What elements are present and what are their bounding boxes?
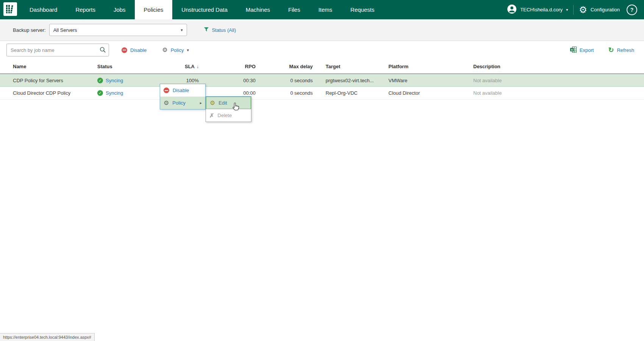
chevron-down-icon: ▾	[566, 8, 568, 12]
policy-menu-button[interactable]: ⚙ Policy ▾	[162, 47, 189, 53]
rpo-value: 00:30	[199, 78, 256, 83]
check-circle-icon: ✓	[97, 90, 103, 96]
menu-item-label: Disable	[173, 88, 189, 93]
user-menu[interactable]: TECH\sheila.d.cory ▾	[507, 4, 568, 15]
x-icon: ✗	[209, 113, 214, 118]
menu-item-policy[interactable]: ⚙ Policy ▸	[160, 97, 205, 109]
tab-machines[interactable]: Machines	[237, 0, 279, 19]
configuration-label: Configuration	[591, 7, 620, 13]
column-header-sla[interactable]: SLA↓	[154, 64, 199, 69]
user-avatar-icon	[507, 4, 517, 15]
platform-value: Cloud Director	[388, 90, 473, 96]
column-header-rpo[interactable]: RPO	[199, 64, 256, 69]
tab-files[interactable]: Files	[279, 0, 309, 19]
status-filter-label: Status (All)	[212, 27, 236, 33]
backup-server-select[interactable]: All Servers ▾	[49, 24, 187, 36]
refresh-icon: ↻	[608, 47, 614, 53]
gear-icon: ⚙	[164, 100, 169, 106]
status-url: https://enterprise04.tech.local:9443/ind…	[0, 333, 95, 341]
no-entry-icon	[164, 88, 169, 93]
submenu-arrow-icon: ▸	[200, 101, 202, 105]
check-circle-icon: ✓	[97, 78, 103, 83]
description-value: Not available	[473, 78, 644, 83]
menu-item-label: Edit	[218, 100, 227, 106]
policy-name: CDP Policy for Servers	[13, 78, 97, 83]
menu-item-edit[interactable]: ⚙ Edit	[206, 97, 251, 109]
policy-label: Policy	[171, 47, 184, 53]
tab-dashboard[interactable]: Dashboard	[20, 0, 66, 19]
no-entry-icon	[122, 47, 127, 53]
table-row[interactable]: Cloud Director CDP Policy ✓ Syncing 00:0…	[0, 87, 644, 100]
tab-reports[interactable]: Reports	[66, 0, 104, 19]
svg-text:X: X	[571, 48, 573, 51]
gear-icon: ⚙	[210, 100, 215, 106]
funnel-icon	[204, 27, 209, 33]
max-delay-value: 0 seconds	[256, 78, 313, 83]
tab-unstructured-data[interactable]: Unstructured Data	[172, 0, 237, 19]
chevron-down-icon: ▾	[181, 28, 183, 33]
chevron-down-icon: ▾	[187, 48, 189, 53]
tab-policies[interactable]: Policies	[135, 0, 173, 19]
app-logo-icon	[3, 2, 17, 17]
refresh-button[interactable]: ↻ Refresh	[608, 47, 634, 54]
export-button[interactable]: X Export	[570, 47, 594, 54]
excel-export-icon: X	[570, 47, 577, 54]
gear-icon: ⚙	[579, 5, 587, 14]
policies-table: Name Status SLA↓ RPO Max delay Target Pl…	[0, 59, 644, 100]
table-row[interactable]: CDP Policy for Servers ✓ Syncing 100% 00…	[0, 74, 644, 87]
top-navigation: Dashboard Reports Jobs Policies Unstruct…	[0, 0, 644, 19]
export-label: Export	[580, 47, 594, 53]
app-logo[interactable]	[0, 0, 20, 19]
configuration-button[interactable]: ⚙ Configuration	[579, 5, 620, 14]
tab-jobs[interactable]: Jobs	[104, 0, 135, 19]
gear-icon: ⚙	[162, 47, 167, 53]
filter-bar: Backup server: All Servers ▾ Status (All…	[0, 19, 644, 41]
toolbar: Disable ⚙ Policy ▾ X Export ↻ Refre	[0, 41, 644, 59]
rpo-value: 00:00	[199, 90, 256, 96]
status-link[interactable]: Syncing	[106, 90, 123, 96]
refresh-label: Refresh	[617, 47, 634, 53]
tab-items[interactable]: Items	[309, 0, 341, 19]
backup-server-value: All Servers	[53, 27, 77, 33]
search-input[interactable]	[6, 44, 109, 56]
column-header-description[interactable]: Description	[473, 64, 644, 69]
context-menu: Disable ⚙ Policy ▸	[160, 84, 206, 109]
help-button[interactable]: ?	[627, 5, 637, 15]
target-value: Repl-Org-VDC	[313, 90, 388, 96]
menu-item-delete: ✗ Delete	[206, 109, 251, 122]
policy-name: Cloud Director CDP Policy	[13, 90, 97, 96]
tab-requests[interactable]: Requests	[341, 0, 384, 19]
description-value: Not available	[473, 90, 644, 96]
sla-value: 100%	[154, 78, 199, 83]
menu-item-label: Policy	[172, 100, 186, 106]
menu-item-disable[interactable]: Disable	[160, 84, 205, 97]
status-filter[interactable]: Status (All)	[204, 27, 236, 33]
status-link[interactable]: Syncing	[106, 78, 123, 83]
max-delay-value: 0 seconds	[256, 90, 313, 96]
search-box	[6, 44, 109, 56]
context-submenu: ⚙ Edit ✗ Delete	[206, 96, 251, 122]
column-header-target[interactable]: Target	[313, 64, 388, 69]
menu-item-label: Delete	[218, 113, 232, 118]
target-value: prgtwesx02-virt.tech...	[313, 78, 388, 83]
backup-server-label: Backup server:	[13, 27, 46, 33]
disable-button[interactable]: Disable	[122, 47, 147, 53]
column-header-platform[interactable]: Platform	[388, 64, 473, 69]
column-header-max-delay[interactable]: Max delay	[256, 64, 313, 69]
main-tabs: Dashboard Reports Jobs Policies Unstruct…	[20, 0, 384, 19]
divider	[573, 5, 574, 15]
mouse-cursor	[232, 102, 240, 114]
help-label: ?	[630, 7, 634, 13]
platform-value: VMWare	[388, 78, 473, 83]
column-header-status[interactable]: Status	[97, 64, 154, 69]
disable-label: Disable	[130, 47, 147, 53]
search-icon[interactable]	[100, 47, 106, 55]
user-name: TECH\sheila.d.cory	[520, 7, 563, 13]
table-header: Name Status SLA↓ RPO Max delay Target Pl…	[0, 59, 644, 74]
column-header-name[interactable]: Name	[13, 64, 97, 69]
